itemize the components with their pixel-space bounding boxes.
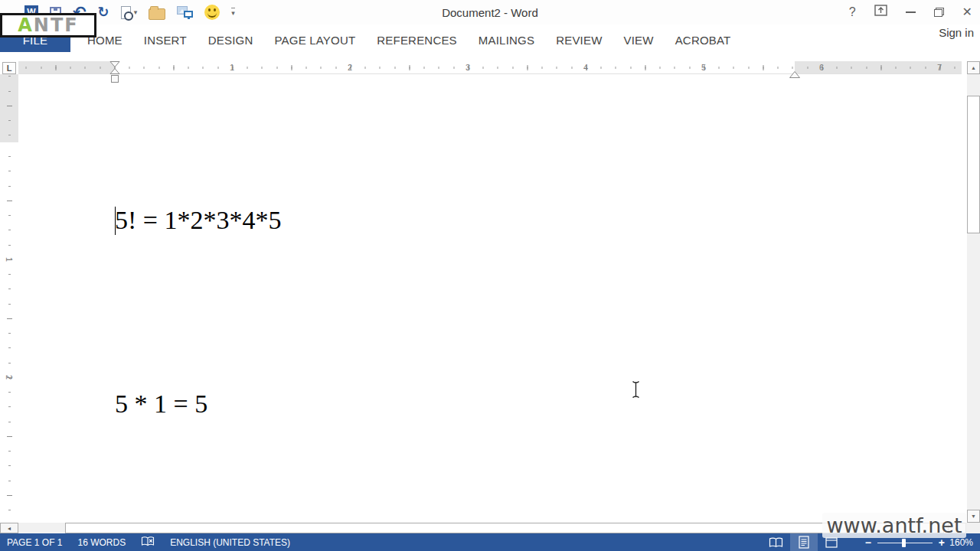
tab-mailings[interactable]: MAILINGS: [468, 28, 545, 52]
mouse-ibeam-cursor: [631, 380, 641, 402]
smiley-eye: [208, 8, 211, 11]
zoom-percentage[interactable]: 160%: [945, 537, 980, 548]
ribbon-display-options-icon[interactable]: [874, 5, 887, 19]
smiley-mouth: [207, 12, 217, 18]
monitor-icon: [184, 11, 193, 18]
ruler-number: 1: [228, 63, 236, 72]
scroll-down-icon[interactable]: ▼: [967, 510, 980, 523]
print-layout-icon: [799, 536, 809, 549]
ruler-number: 2: [5, 372, 14, 383]
ruler-number: 1: [5, 254, 14, 265]
minimize-icon[interactable]: [906, 11, 916, 13]
doc-line-blank: [115, 297, 282, 328]
smiley-eye: [214, 8, 216, 11]
tab-stop-selector[interactable]: L: [2, 62, 16, 74]
status-bar-left: PAGE 1 OF 1 16 WORDS ENGLISH (UNITED STA…: [0, 536, 290, 549]
screenshot-icon[interactable]: [177, 6, 193, 19]
scroll-left-icon[interactable]: ◂: [0, 523, 18, 533]
tab-design[interactable]: DESIGN: [198, 28, 264, 52]
open-folder-icon[interactable]: [149, 8, 165, 20]
print-layout-button[interactable]: [790, 533, 818, 551]
language-indicator[interactable]: ENGLISH (UNITED STATES): [170, 537, 290, 548]
right-indent-marker[interactable]: [789, 67, 800, 81]
word-window: W ↶ ↻ ▾ ▾ Document2 - Word ?: [0, 0, 980, 551]
doc-line-blank: [115, 481, 282, 511]
print-preview-icon: [121, 6, 131, 19]
scroll-up-icon[interactable]: ▲: [967, 61, 980, 74]
title-bar: W ↶ ↻ ▾ ▾ Document2 - Word ?: [0, 0, 980, 24]
redo-icon[interactable]: ↻: [98, 5, 109, 20]
ruler-number: 7: [936, 63, 943, 72]
antf-logo: ANTF: [0, 13, 96, 37]
doc-line: 5 * 1 = 5: [115, 389, 282, 419]
sign-in-link[interactable]: Sign in: [939, 26, 974, 39]
proofing-icon[interactable]: [141, 536, 155, 549]
tab-acrobat[interactable]: ACROBAT: [665, 28, 742, 52]
restore-icon[interactable]: [934, 8, 944, 17]
read-mode-icon: [769, 537, 783, 548]
indent-markers[interactable]: [109, 61, 120, 87]
print-preview-button[interactable]: ▾: [121, 6, 138, 19]
web-layout-icon: [825, 537, 838, 548]
vertical-scrollbar-thumb[interactable]: [967, 96, 980, 233]
word-count[interactable]: 16 WORDS: [77, 537, 126, 548]
tab-insert[interactable]: INSERT: [133, 28, 198, 52]
zoom-slider[interactable]: [877, 538, 933, 547]
zoom-slider-handle[interactable]: [902, 539, 906, 547]
text-cursor-caret: [115, 207, 116, 235]
tab-references[interactable]: REFERENCES: [366, 28, 468, 52]
ruler-number: 4: [582, 63, 590, 72]
watermark: www.antf.net: [822, 513, 966, 538]
help-icon[interactable]: ?: [849, 5, 856, 19]
ruler-number: 2: [346, 63, 354, 72]
read-mode-button[interactable]: [763, 533, 790, 551]
document-text: 5! = 1*2*3*4*5 5 * 1 = 5 Mul = 1 Mul = m…: [115, 144, 282, 551]
close-icon[interactable]: ✕: [962, 5, 972, 19]
tab-page-layout[interactable]: PAGE LAYOUT: [263, 28, 366, 52]
ruler-number: 6: [818, 63, 825, 72]
antf-logo-first-letter: A: [18, 15, 34, 36]
ribbon-tab-bar: FILE HOME INSERT DESIGN PAGE LAYOUT REFE…: [0, 28, 980, 52]
tab-review[interactable]: REVIEW: [545, 28, 612, 52]
document-title: Document2 - Word: [337, 6, 643, 19]
chevron-down-icon[interactable]: ▾: [134, 8, 138, 16]
page-indicator[interactable]: PAGE 1 OF 1: [7, 537, 62, 548]
vertical-ruler: 1 2: [0, 74, 18, 523]
customize-qat-icon[interactable]: ▾: [231, 8, 235, 17]
document-canvas[interactable]: 5! = 1*2*3*4*5 5 * 1 = 5 Mul = 1 Mul = m…: [18, 74, 967, 523]
window-controls: ? ✕: [849, 5, 972, 19]
horizontal-ruler: 1 2 3 4 5 6 7: [18, 61, 962, 74]
doc-line: 5! = 1*2*3*4*5: [115, 205, 282, 236]
antf-logo-rest: NTF: [34, 15, 79, 36]
ruler-number: 5: [700, 63, 707, 72]
tab-view[interactable]: VIEW: [613, 28, 665, 52]
smiley-feedback-icon[interactable]: [204, 5, 220, 20]
horizontal-scrollbar-thumb[interactable]: [65, 523, 944, 533]
ruler-number: 3: [464, 63, 472, 72]
vertical-scrollbar[interactable]: ▲ ▼: [967, 61, 980, 523]
